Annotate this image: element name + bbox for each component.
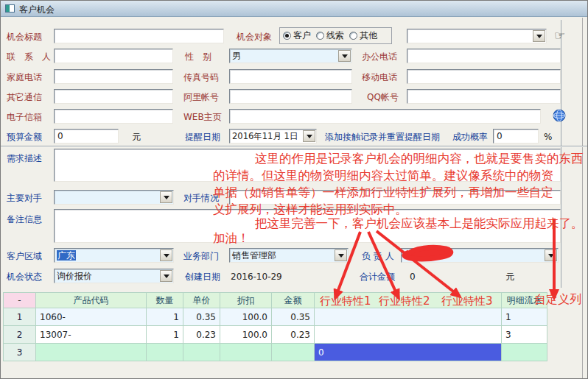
section-divider	[1, 146, 588, 147]
region-select[interactable]: 广东	[54, 248, 174, 263]
opportunity-target-group: 客户 线索 其他	[279, 27, 392, 44]
cell-serial[interactable]: 1	[502, 308, 547, 326]
contact-input[interactable]	[54, 49, 173, 63]
grid-header-code[interactable]: 产品代码	[36, 293, 147, 308]
row-number[interactable]: 1	[4, 308, 36, 326]
cell-price[interactable]	[183, 344, 220, 361]
budget-input[interactable]	[54, 129, 119, 144]
cell-extra[interactable]	[315, 308, 502, 326]
mobile-label: 移动电话	[362, 72, 397, 82]
grid-header-price[interactable]: 单价	[183, 293, 220, 308]
target-object-select[interactable]	[407, 29, 547, 43]
window-icon	[5, 4, 15, 13]
cell-discount[interactable]: 100.0	[220, 326, 272, 344]
fax-input[interactable]	[229, 69, 352, 84]
region-selected-text: 广东	[57, 250, 76, 261]
remark-label: 备注信息	[7, 214, 42, 224]
pick-hand-icon[interactable]: ☞	[554, 29, 565, 42]
dept-dropdown-arrow[interactable]	[335, 249, 347, 261]
radio-lead-icon	[316, 32, 324, 40]
home-phone-label: 家庭电话	[7, 72, 42, 82]
gender-label: 性 别	[185, 52, 211, 62]
add-contact-record-note[interactable]: 添加接触记录并重置提醒日期	[325, 132, 440, 142]
demand-label: 需求描述	[7, 153, 42, 163]
globe-icon[interactable]	[553, 109, 566, 124]
cell-extra-selected[interactable]: 0	[315, 344, 502, 361]
cell-amount[interactable]	[272, 344, 315, 361]
annotation-industry-col-2: 行业特性2	[379, 294, 430, 308]
cell-discount[interactable]: 100.0	[220, 308, 272, 326]
total-unit: 元	[505, 272, 514, 282]
cell-extra[interactable]	[315, 326, 502, 344]
radio-other[interactable]: 其他	[349, 29, 377, 42]
rival-select[interactable]	[54, 190, 174, 205]
rival-label: 主要对手	[7, 193, 42, 203]
opportunity-target-label: 机会对象	[237, 32, 272, 42]
radio-lead-label: 线索	[326, 29, 344, 42]
total-value: 0	[410, 272, 416, 282]
owner-dropdown-arrow[interactable]	[545, 249, 557, 261]
mobile-input[interactable]	[407, 69, 561, 84]
radio-lead[interactable]: 线索	[316, 29, 344, 42]
remind-date-dropdown-arrow[interactable]	[303, 130, 315, 142]
remind-date-select[interactable]: 2016年11月 1日	[229, 129, 317, 144]
fax-label: 传真号码	[183, 72, 219, 82]
window-right-edge	[582, 18, 583, 379]
cell-code[interactable]: 1060-	[36, 308, 147, 326]
annotation-industry-col-1: 行业特性1	[320, 294, 371, 308]
success-rate-input[interactable]	[493, 129, 539, 144]
web-home-input[interactable]	[229, 109, 541, 124]
owner-label: 负 责 人	[362, 251, 394, 261]
region-dropdown-arrow[interactable]	[160, 249, 172, 261]
row-number[interactable]: 3	[4, 344, 36, 361]
ali-account-input[interactable]	[229, 89, 352, 104]
grid-header-qty[interactable]: 数量	[147, 293, 183, 308]
cell-serial[interactable]	[502, 344, 547, 361]
opportunity-title-input[interactable]	[54, 29, 224, 43]
cell-amount[interactable]: 0.23	[272, 326, 315, 344]
grid-header-amount[interactable]: 金额	[272, 293, 315, 308]
target-object-dropdown-arrow[interactable]	[533, 30, 545, 42]
cell-qty[interactable]: 1	[147, 308, 183, 326]
remind-date-value: 2016年11月 1日	[230, 131, 303, 142]
cell-amount[interactable]: 0.35	[272, 308, 315, 326]
success-rate-unit: %	[544, 132, 552, 142]
cell-discount[interactable]	[220, 344, 272, 361]
grid-header-discount[interactable]: 折扣	[220, 293, 272, 308]
dept-value: 销售管理部	[230, 249, 335, 262]
office-phone-input[interactable]	[407, 49, 561, 63]
cell-code[interactable]: 13007-	[36, 326, 147, 344]
remind-date-label: 提醒日期	[185, 132, 220, 142]
annotation-line-1: 这里的作用是记录客户机会的明细内容，也就是要售卖的东西	[255, 152, 584, 166]
radio-customer[interactable]: 客户	[283, 29, 311, 42]
budget-unit: 元	[132, 132, 141, 142]
cell-serial[interactable]: 3	[502, 326, 547, 344]
title-bar: 客户机会	[1, 1, 587, 17]
cell-code[interactable]	[36, 344, 147, 361]
success-rate-label: 成功概率	[452, 132, 488, 142]
grid-header-rowselector[interactable]: -	[4, 293, 36, 308]
gender-select[interactable]: 男	[229, 49, 352, 63]
cell-price[interactable]: 0.23	[183, 326, 220, 344]
grid-row-3: 3 0	[4, 344, 547, 361]
dept-select[interactable]: 销售管理部	[229, 248, 349, 263]
radio-other-icon	[349, 32, 357, 40]
region-label: 客户区域	[7, 251, 42, 261]
status-select[interactable]: 询价报价	[54, 269, 174, 283]
status-dropdown-arrow[interactable]	[160, 270, 172, 282]
annotation-line-6: 加油！	[213, 231, 250, 245]
gender-dropdown-arrow[interactable]	[338, 50, 351, 62]
status-value: 询价报价	[55, 270, 160, 283]
row-number[interactable]: 2	[4, 326, 36, 344]
opportunity-title-label: 机会标题	[7, 32, 42, 42]
owner-select[interactable]	[401, 248, 559, 263]
email-input[interactable]	[54, 109, 173, 124]
other-comm-input[interactable]	[54, 89, 173, 104]
qq-account-input[interactable]	[407, 89, 561, 104]
opportunity-window: 客户机会 机会标题 机会对象 客户 线索 其他 ☞ 联 系 人 性 别 男 办公…	[0, 0, 588, 379]
cell-qty[interactable]	[147, 344, 183, 361]
home-phone-input[interactable]	[54, 69, 173, 84]
rival-dropdown-arrow[interactable]	[160, 191, 172, 203]
cell-price[interactable]: 0.35	[183, 308, 220, 326]
cell-qty[interactable]: 1	[147, 326, 183, 344]
